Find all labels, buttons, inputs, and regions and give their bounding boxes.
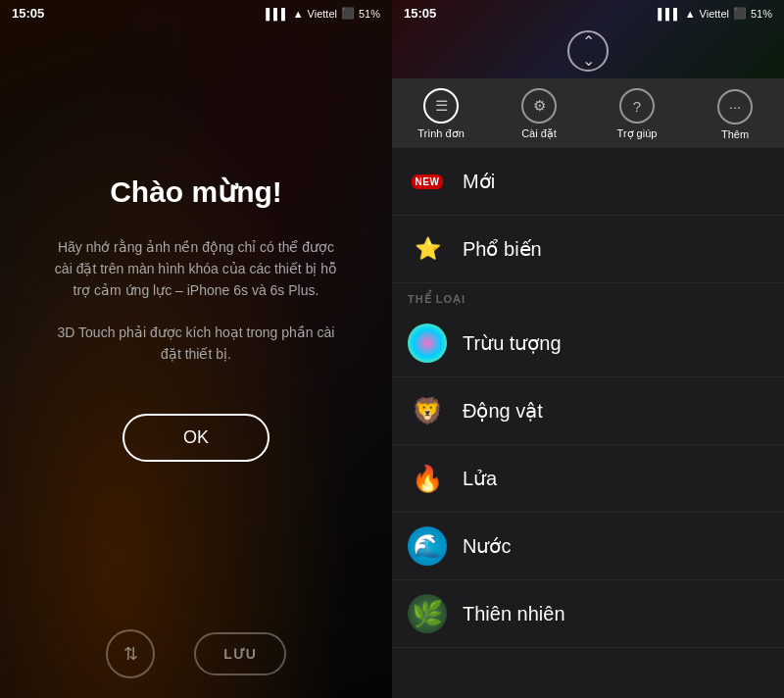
lua-label: Lửa	[463, 467, 497, 490]
ok-button[interactable]: OK	[122, 414, 270, 462]
r-bt-icon: ⬛	[733, 7, 747, 20]
tro-giup-icon: ?	[619, 88, 655, 124]
tab-tro-giup[interactable]: ? Trợ giúp	[598, 88, 676, 140]
collapse-button[interactable]: ⌃⌄	[567, 30, 609, 72]
trinh-don-label: Trình đơn	[417, 127, 465, 140]
tro-giup-label: Trợ giúp	[617, 127, 658, 140]
menu-item-dong-vat[interactable]: 🦁 Động vật	[392, 377, 784, 445]
dong-vat-label: Động vật	[463, 399, 543, 423]
dong-vat-icon: 🦁	[408, 391, 447, 430]
trinh-don-icon: ☰	[423, 88, 459, 124]
menu-item-pho-bien[interactable]: ⭐ Phổ biến	[392, 216, 784, 283]
them-label: Thêm	[721, 128, 749, 140]
nav-tabs: ☰ Trình đơn ⚙ Cài đặt ? Trợ giúp ··· Thê…	[392, 78, 784, 148]
tab-them[interactable]: ··· Thêm	[696, 89, 774, 140]
cai-dat-icon: ⚙	[521, 88, 557, 124]
menu-item-lua[interactable]: 🔥 Lửa	[392, 445, 784, 513]
nuoc-icon: 🌊	[408, 526, 447, 566]
welcome-text1: Hãy nhớ rằng ảnh nền động chỉ có thể đượ…	[49, 236, 343, 302]
header-image: 15:05 ▌▌▌ ▲ Viettel ⬛ 51% ⌃⌄	[392, 0, 784, 78]
section-header-the-loai: THỂ LOẠI	[392, 283, 784, 310]
them-icon: ···	[717, 89, 753, 125]
r-battery-label: 51%	[751, 8, 772, 20]
nuoc-label: Nước	[463, 534, 511, 558]
lua-icon: 🔥	[408, 459, 447, 498]
moi-icon-wrapper: NEW	[408, 162, 447, 201]
menu-list: NEW Mới ⭐ Phổ biến THỂ LOẠI Trừu tượng 🦁…	[392, 148, 784, 698]
cai-dat-label: Cài đặt	[521, 127, 557, 140]
left-content: Chào mừng! Hãy nhớ rằng ảnh nền động chỉ…	[29, 26, 363, 610]
moi-label: Mới	[463, 170, 495, 193]
tab-trinh-don[interactable]: ☰ Trình đơn	[402, 88, 480, 140]
menu-item-moi[interactable]: NEW Mới	[392, 148, 784, 216]
menu-item-tru-tuong[interactable]: Trừu tượng	[392, 310, 784, 377]
thien-nhien-label: Thiên nhiên	[463, 603, 565, 625]
wifi-icon: ▲	[293, 8, 304, 20]
right-panel: 15:05 ▌▌▌ ▲ Viettel ⬛ 51% ⌃⌄ ☰ Trình đơn…	[392, 0, 784, 698]
new-badge-icon: NEW	[412, 174, 444, 189]
chevron-icon: ⌃⌄	[582, 32, 595, 70]
right-status-time: 15:05	[404, 6, 436, 21]
right-status-icons: ▌▌▌ ▲ Viettel ⬛ 51%	[658, 7, 772, 20]
signal-icon: ▌▌▌	[266, 8, 288, 20]
menu-item-nuoc[interactable]: 🌊 Nước	[392, 513, 784, 580]
right-status-bar: 15:05 ▌▌▌ ▲ Viettel ⬛ 51%	[392, 0, 784, 26]
r-network-label: Viettel	[700, 8, 729, 20]
tru-tuong-icon	[408, 324, 447, 363]
left-status-icons: ▌▌▌ ▲ Viettel ⬛ 51%	[266, 7, 380, 20]
welcome-title: Chào mừng!	[110, 174, 282, 209]
tru-tuong-label: Trừu tượng	[463, 331, 562, 355]
left-status-bar: 15:05 ▌▌▌ ▲ Viettel ⬛ 51%	[0, 0, 392, 26]
thien-nhien-icon: 🌿	[408, 594, 447, 633]
r-wifi-icon: ▲	[685, 8, 696, 20]
menu-item-thien-nhien[interactable]: 🌿 Thiên nhiên	[392, 580, 784, 648]
pho-bien-icon: ⭐	[408, 229, 447, 269]
luu-button[interactable]: LƯU	[194, 632, 286, 675]
chevron-updown-button[interactable]: ⇅	[106, 629, 155, 678]
left-bottom-bar: ⇅ LƯU	[0, 610, 392, 698]
chevron-updown-icon: ⇅	[123, 643, 138, 665]
pho-bien-label: Phổ biến	[463, 237, 542, 261]
battery-label: 51%	[359, 8, 380, 20]
battery-icon: ⬛	[341, 7, 355, 20]
welcome-text2: 3D Touch phải được kích hoạt trong phần …	[49, 322, 343, 366]
tab-cai-dat[interactable]: ⚙ Cài đặt	[500, 88, 578, 140]
left-panel: 15:05 ▌▌▌ ▲ Viettel ⬛ 51% Chào mừng! Hãy…	[0, 0, 392, 698]
left-status-time: 15:05	[12, 6, 44, 21]
r-signal-icon: ▌▌▌	[658, 8, 680, 20]
network-label: Viettel	[308, 8, 337, 20]
